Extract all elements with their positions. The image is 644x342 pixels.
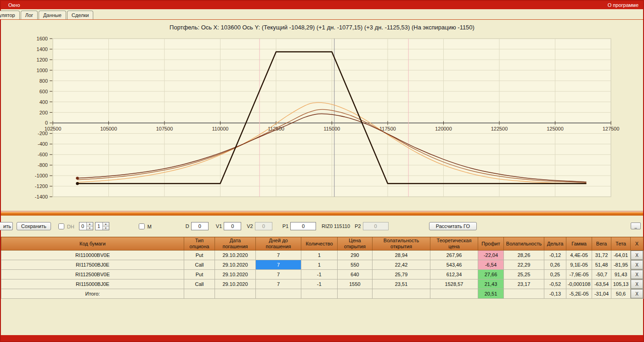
cell[interactable]: 7 [256, 270, 301, 279]
cell[interactable]: 23,17 [504, 279, 544, 289]
cell[interactable]: 25,79 [373, 270, 430, 279]
cell[interactable]: -5,2E-05 [566, 289, 592, 299]
menu-window[interactable]: Окно [8, 2, 20, 8]
cell[interactable]: 105,13 [611, 279, 631, 289]
column-header[interactable]: Количество [301, 237, 338, 251]
cell[interactable]: 22,42 [373, 260, 430, 270]
cell[interactable] [373, 289, 430, 299]
tab-log[interactable]: Лог [21, 11, 38, 19]
cell[interactable]: -1 [301, 270, 338, 279]
cell[interactable]: 31,72 [592, 251, 611, 260]
cell[interactable]: 28,26 [504, 251, 544, 260]
cell[interactable]: 543,46 [430, 260, 478, 270]
cell[interactable]: 51,48 [592, 260, 611, 270]
cell[interactable] [215, 289, 256, 299]
column-header[interactable]: Код бумаги [1, 237, 184, 251]
cell[interactable]: Put [184, 251, 215, 260]
cell[interactable]: -63,54 [592, 279, 611, 289]
cell[interactable] [430, 289, 478, 299]
cell[interactable]: 550 [338, 260, 373, 270]
cell[interactable]: 267,96 [430, 251, 478, 260]
cell[interactable]: Put [184, 270, 215, 279]
tab-data[interactable]: Данные [39, 11, 66, 19]
cell[interactable]: 0,26 [544, 260, 566, 270]
delete-row-button[interactable]: X [631, 251, 643, 260]
cell[interactable]: -7,9E-05 [566, 270, 592, 279]
cell[interactable]: 640 [338, 270, 373, 279]
cell[interactable]: 1550 [338, 279, 373, 289]
cell[interactable]: -81,95 [611, 260, 631, 270]
tab-calculator[interactable]: кулятор [0, 11, 20, 19]
cell[interactable]: Итого: [1, 289, 184, 299]
cell[interactable]: 29.10.2020 [215, 270, 256, 279]
column-header[interactable]: Теоретическаяцена [430, 237, 478, 251]
column-header[interactable]: Тета [611, 237, 631, 251]
cell[interactable]: 7 [256, 260, 301, 270]
save-button[interactable]: Сохранить [17, 222, 51, 230]
column-header[interactable]: Гамма [566, 237, 592, 251]
tab-deals[interactable]: Сделки [67, 11, 94, 19]
cell[interactable]: RI115000BJ0E [1, 279, 184, 289]
p2-input[interactable] [363, 222, 389, 230]
cell[interactable]: 25,25 [504, 270, 544, 279]
column-header[interactable]: Типопциона [184, 237, 215, 251]
column-header[interactable]: Датапогашения [215, 237, 256, 251]
cell[interactable]: 50,6 [611, 289, 631, 299]
cell[interactable]: -1 [301, 279, 338, 289]
column-header[interactable]: Дельта [544, 237, 566, 251]
cell[interactable]: 7 [256, 251, 301, 260]
cell[interactable]: Call [184, 279, 215, 289]
cell[interactable]: 23,51 [373, 279, 430, 289]
cell[interactable]: RI110000BV0E [1, 251, 184, 260]
v1-input[interactable] [224, 222, 241, 230]
dh-spinner-1[interactable]: 0 ▲▼ [79, 222, 93, 230]
column-header[interactable]: Вега [592, 237, 611, 251]
column-header[interactable]: X [631, 237, 644, 251]
column-header[interactable]: Волатильностьоткрытия [373, 237, 430, 251]
cell[interactable]: 290 [338, 251, 373, 260]
dh-checkbox[interactable] [58, 223, 64, 229]
d-input[interactable] [191, 222, 209, 230]
delete-row-button[interactable]: X [631, 289, 643, 298]
delete-row-button[interactable]: X [631, 260, 643, 269]
cell[interactable]: 1 [301, 260, 338, 270]
cell[interactable]: 29.10.2020 [215, 279, 256, 289]
spinner-down-icon[interactable]: ▼ [103, 227, 109, 230]
cell[interactable]: RI112500BV0E [1, 270, 184, 279]
cell[interactable] [256, 289, 301, 299]
cell[interactable]: 29.10.2020 [215, 251, 256, 260]
collapse-button[interactable]: _ [631, 222, 641, 229]
cell[interactable] [184, 289, 215, 299]
cell[interactable]: 22,29 [504, 260, 544, 270]
m-checkbox[interactable] [139, 223, 145, 229]
delete-row-button[interactable]: X [631, 279, 643, 289]
cell[interactable]: 29.10.2020 [215, 260, 256, 270]
cell[interactable]: RI117500BJ0E [1, 260, 184, 270]
cell[interactable]: -0,13 [544, 289, 566, 299]
column-header[interactable]: Ценаоткрытия [338, 237, 373, 251]
cell[interactable]: 1528,57 [430, 279, 478, 289]
cell[interactable] [301, 289, 338, 299]
v2-input[interactable] [255, 222, 272, 230]
cell[interactable]: 0,25 [544, 270, 566, 279]
cell[interactable]: Call [184, 260, 215, 270]
cell[interactable]: 1 [301, 251, 338, 260]
splitter-bar[interactable] [1, 211, 643, 216]
spinner-down-icon[interactable]: ▼ [87, 227, 93, 230]
menu-about[interactable]: О программе [608, 2, 638, 8]
load-button[interactable]: ить [0, 222, 13, 230]
cell[interactable]: 28,94 [373, 251, 430, 260]
cell[interactable]: 612,34 [430, 270, 478, 279]
column-header[interactable]: Волатильность [504, 237, 544, 251]
column-header[interactable]: Дней допогашения [256, 237, 301, 251]
cell[interactable]: 20,51 [478, 289, 504, 299]
cell[interactable] [338, 289, 373, 299]
cell[interactable]: 27,66 [478, 270, 504, 279]
cell[interactable]: 4,4E-05 [566, 251, 592, 260]
cell[interactable]: -22,04 [478, 251, 504, 260]
cell[interactable]: -0,12 [544, 251, 566, 260]
column-header[interactable]: Профит [478, 237, 504, 251]
spinner-up-icon[interactable]: ▲ [87, 222, 93, 227]
cell[interactable]: -50,7 [592, 270, 611, 279]
cell[interactable]: -0,000108 [566, 279, 592, 289]
